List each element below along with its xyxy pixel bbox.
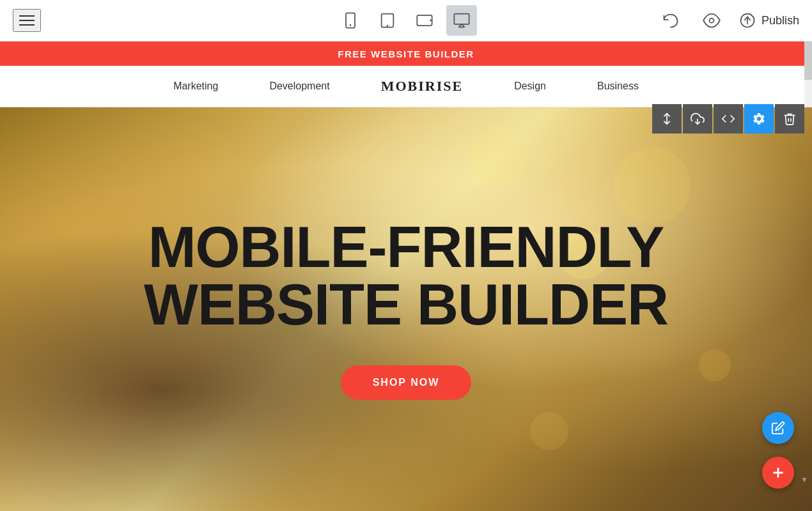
toolbar: Publish <box>0 0 812 42</box>
mobile-view-button[interactable] <box>335 5 366 36</box>
publish-label: Publish <box>761 14 799 27</box>
promo-banner: FREE WEBSITE BUILDER <box>0 42 812 66</box>
toolbar-left <box>13 9 41 32</box>
nav-link-business[interactable]: Business <box>597 80 639 92</box>
hero-title-line2: WEBSITE BUILDER <box>144 273 668 337</box>
navbar: Marketing Development MOBIRISE Design Bu… <box>0 66 812 107</box>
nav-link-development[interactable]: Development <box>269 80 329 92</box>
preview-button[interactable] <box>698 6 726 34</box>
svg-rect-6 <box>454 14 469 24</box>
undo-button[interactable] <box>657 6 685 34</box>
add-block-fab-button[interactable] <box>762 457 794 489</box>
block-move-button[interactable] <box>652 104 682 133</box>
scroll-indicator: ▼ <box>800 475 808 484</box>
hero-section: MOBILE-FRIENDLY WEBSITE BUILDER SHOP NOW <box>0 107 812 511</box>
tablet-landscape-view-button[interactable] <box>409 5 440 36</box>
shop-now-button[interactable]: SHOP NOW <box>341 365 472 400</box>
nav-link-design[interactable]: Design <box>514 80 546 92</box>
menu-button[interactable] <box>13 9 41 32</box>
svg-point-8 <box>709 19 714 23</box>
scrollbar-thumb[interactable] <box>804 42 812 80</box>
banner-text: FREE WEBSITE BUILDER <box>338 49 474 59</box>
block-controls <box>652 104 804 133</box>
block-code-button[interactable] <box>714 104 743 133</box>
publish-button[interactable]: Publish <box>738 11 799 29</box>
tablet-view-button[interactable] <box>372 5 403 36</box>
nav-link-marketing[interactable]: Marketing <box>173 80 218 92</box>
hero-title-line1: MOBILE-FRIENDLY <box>148 215 664 279</box>
block-settings-button[interactable] <box>744 104 774 133</box>
toolbar-right: Publish <box>657 6 799 34</box>
block-save-button[interactable] <box>683 104 712 133</box>
hero-content: MOBILE-FRIENDLY WEBSITE BUILDER SHOP NOW <box>0 107 812 511</box>
block-delete-button[interactable] <box>775 104 804 133</box>
nav-brand: MOBIRISE <box>381 78 463 95</box>
edit-fab-button[interactable] <box>762 412 794 444</box>
device-switcher <box>335 5 477 36</box>
hero-title: MOBILE-FRIENDLY WEBSITE BUILDER <box>144 218 668 333</box>
desktop-view-button[interactable] <box>446 5 477 36</box>
